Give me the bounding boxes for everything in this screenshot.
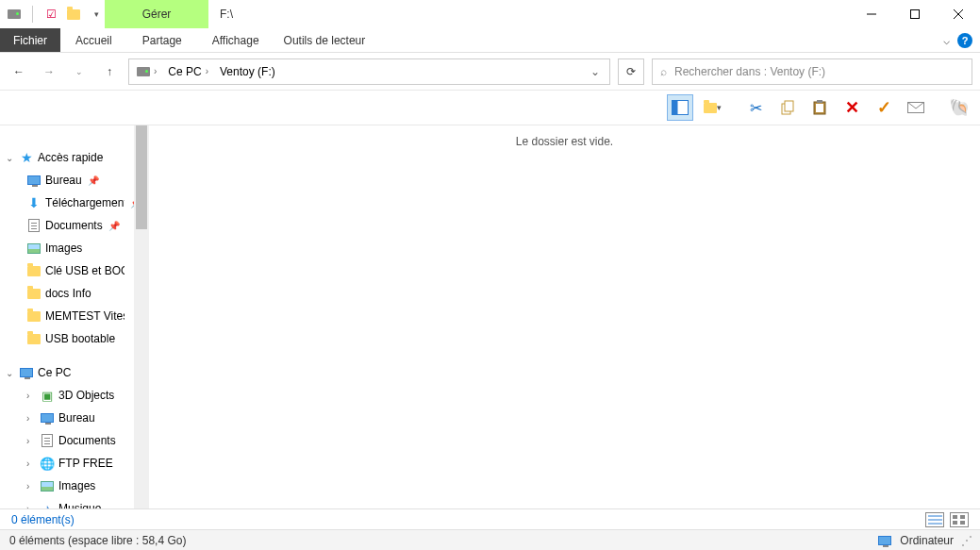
tool-mail-icon[interactable] bbox=[903, 94, 929, 121]
svg-rect-10 bbox=[817, 100, 822, 103]
tree-item[interactable]: ›Bureau bbox=[0, 407, 149, 429]
tool-pane-icon[interactable] bbox=[667, 94, 693, 121]
tool-check-icon[interactable]: ✓ bbox=[871, 94, 897, 121]
caret-icon[interactable]: › bbox=[26, 481, 36, 492]
tree-item-label: 3D Objects bbox=[58, 389, 114, 402]
music-icon: ♪ bbox=[40, 501, 55, 508]
cube-icon: ▣ bbox=[40, 388, 55, 403]
tree-item[interactable]: Bureau📌 bbox=[0, 169, 149, 192]
svg-rect-9 bbox=[816, 104, 823, 112]
window-title: F:\ bbox=[208, 0, 850, 28]
minimize-button[interactable] bbox=[850, 0, 893, 28]
monitor-icon bbox=[40, 410, 55, 425]
qat-properties-icon[interactable]: ☑ bbox=[42, 6, 59, 23]
maximize-button[interactable] bbox=[893, 0, 937, 28]
tree-item-label: USB bootable bbox=[45, 332, 115, 345]
qat-newfolder-icon[interactable] bbox=[65, 6, 82, 23]
folder-icon bbox=[26, 263, 42, 278]
tree-this-pc[interactable]: ⌄ Ce PC bbox=[0, 361, 149, 384]
tree-item[interactable]: ›🌐FTP FREE bbox=[0, 452, 149, 475]
caret-icon[interactable]: › bbox=[26, 413, 36, 424]
caret-icon[interactable]: › bbox=[26, 436, 36, 446]
img-icon bbox=[40, 478, 55, 493]
globe-icon: 🌐 bbox=[40, 456, 55, 471]
star-icon: ★ bbox=[19, 150, 34, 165]
status-free-space: 0 éléments (espace libre : 58,4 Go) bbox=[9, 534, 186, 547]
tree-item-label: Images bbox=[58, 479, 95, 492]
svg-rect-5 bbox=[673, 101, 678, 115]
tree-item[interactable]: Images bbox=[0, 237, 149, 259]
tool-folder-icon[interactable]: ▾ bbox=[699, 94, 725, 121]
nav-up-button[interactable]: ↑ bbox=[98, 60, 121, 83]
search-placeholder: Rechercher dans : Ventoy (F:) bbox=[674, 65, 825, 78]
nav-recent-dropdown[interactable]: ⌄ bbox=[68, 60, 91, 83]
tool-shell-icon[interactable]: 🐚 bbox=[946, 94, 972, 121]
help-icon[interactable]: ? bbox=[957, 33, 972, 48]
tool-delete-icon[interactable]: ✕ bbox=[839, 94, 865, 121]
folder-content-area[interactable]: Le dossier est vide. bbox=[149, 125, 980, 508]
tree-item-label: FTP FREE bbox=[58, 457, 113, 470]
address-dropdown-icon[interactable]: ⌄ bbox=[585, 65, 606, 78]
address-root-icon[interactable]: › bbox=[133, 66, 160, 76]
status-computer-label: Ordinateur bbox=[900, 534, 954, 547]
caret-icon[interactable]: › bbox=[26, 391, 36, 401]
tree-item[interactable]: MEMTEST Vitesse bbox=[0, 305, 149, 327]
folder-icon bbox=[26, 331, 42, 346]
tree-item-label: Clé USB et BOOT bbox=[45, 264, 125, 277]
tree-quick-access[interactable]: ⌄ ★ Accès rapide bbox=[0, 146, 149, 169]
tree-scrollbar[interactable] bbox=[134, 125, 149, 508]
nav-back-button[interactable]: ← bbox=[8, 60, 30, 83]
tree-item[interactable]: USB bootable bbox=[0, 327, 149, 350]
tree-item-label: MEMTEST Vitesse bbox=[45, 309, 125, 323]
tool-copy-icon[interactable] bbox=[774, 94, 801, 121]
tree-item[interactable]: Documents📌 bbox=[0, 214, 149, 237]
caret-icon[interactable]: › bbox=[26, 504, 36, 509]
tree-item[interactable]: ›Documents bbox=[0, 429, 149, 452]
empty-folder-message: Le dossier est vide. bbox=[516, 135, 613, 508]
nav-forward-button[interactable]: → bbox=[38, 60, 60, 83]
tab-share[interactable]: Partage bbox=[127, 28, 197, 52]
search-input[interactable]: ⌕ Rechercher dans : Ventoy (F:) bbox=[652, 58, 972, 85]
tree-item[interactable]: ›▣3D Objects bbox=[0, 384, 149, 407]
tree-item[interactable]: Clé USB et BOOT bbox=[0, 259, 149, 282]
address-bar[interactable]: › Ce PC› Ventoy (F:) ⌄ bbox=[128, 58, 610, 85]
svg-rect-17 bbox=[953, 521, 957, 525]
tool-paste-icon[interactable] bbox=[806, 94, 833, 121]
address-segment-pc[interactable]: Ce PC› bbox=[164, 65, 212, 78]
contextual-tab-manage[interactable]: Gérer bbox=[105, 0, 208, 28]
navigation-tree[interactable]: ⌄ ★ Accès rapide Bureau📌⬇Téléchargements… bbox=[0, 125, 149, 508]
caret-icon[interactable]: › bbox=[26, 458, 36, 469]
tree-item[interactable]: ›Images bbox=[0, 475, 149, 497]
tab-home[interactable]: Accueil bbox=[60, 28, 127, 52]
close-button[interactable] bbox=[937, 0, 980, 28]
app-icon[interactable] bbox=[6, 6, 23, 23]
folder-icon bbox=[26, 286, 42, 301]
svg-rect-16 bbox=[960, 515, 965, 519]
pc-icon bbox=[19, 365, 34, 380]
tree-item[interactable]: docs Info bbox=[0, 282, 149, 305]
tree-item-label: Bureau bbox=[58, 411, 95, 425]
tree-item[interactable]: ›♪Musique bbox=[0, 497, 149, 508]
qat-customize-icon[interactable]: ▾ bbox=[88, 6, 105, 23]
svg-rect-15 bbox=[953, 515, 957, 519]
tree-item[interactable]: ⬇Téléchargements📌 bbox=[0, 192, 149, 214]
caret-icon[interactable]: ⌄ bbox=[6, 368, 15, 378]
tab-file[interactable]: Fichier bbox=[0, 28, 60, 52]
view-thumbnails-button[interactable] bbox=[950, 512, 969, 527]
svg-rect-7 bbox=[785, 101, 793, 111]
monitor-icon bbox=[26, 173, 42, 188]
status-item-count: 0 élément(s) bbox=[11, 513, 75, 526]
view-details-button[interactable] bbox=[925, 512, 944, 527]
computer-icon bbox=[877, 533, 892, 548]
caret-icon[interactable]: ⌄ bbox=[6, 153, 15, 163]
refresh-button[interactable]: ⟳ bbox=[618, 58, 644, 85]
tab-view[interactable]: Affichage bbox=[197, 28, 274, 52]
folder-icon bbox=[26, 308, 42, 324]
tool-cut-icon[interactable]: ✂ bbox=[742, 94, 769, 121]
resize-grip-icon[interactable]: ⋰ bbox=[961, 534, 971, 547]
ribbon-expand-icon[interactable]: ⌵ bbox=[943, 34, 950, 47]
pin-icon: 📌 bbox=[108, 221, 120, 231]
tab-drive-tools[interactable]: Outils de lecteur bbox=[274, 28, 375, 52]
address-segment-current[interactable]: Ventoy (F:) bbox=[216, 65, 279, 78]
scrollbar-thumb[interactable] bbox=[136, 125, 147, 229]
